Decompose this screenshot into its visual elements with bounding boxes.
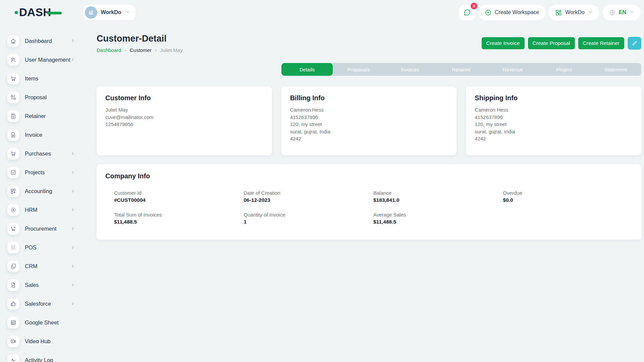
sidebar-item-hrm[interactable]: HRM <box>0 200 89 219</box>
card-line: 4242 <box>290 135 448 142</box>
sidebar-item-activity-log[interactable]: Activity Log <box>0 351 89 362</box>
table-icon <box>7 317 19 328</box>
create-retainer-button[interactable]: Create Retainer <box>578 37 624 49</box>
company-field: Average Sales$11,488.5 <box>373 212 503 225</box>
globe-icon <box>609 9 616 16</box>
tab-proposals[interactable]: Proposals <box>333 63 384 76</box>
file-icon <box>7 279 19 291</box>
card-title: Shipping Info <box>475 94 633 102</box>
tab-invoices[interactable]: Invoices <box>384 63 436 76</box>
page-header: Customer-Detail Dashboard›Customer›Julie… <box>97 34 641 53</box>
check-square-icon <box>7 167 19 178</box>
cart-arrow-icon <box>7 223 19 235</box>
sidebar-item-label: Retainer <box>25 113 46 119</box>
sidebar-item-salesforce[interactable]: Salesforce <box>0 294 89 313</box>
field-label: Customer Id <box>114 190 244 196</box>
tab-retainer[interactable]: Retainer <box>436 63 487 76</box>
field-value: 1 <box>244 219 374 225</box>
chevron-right-icon <box>70 264 75 268</box>
card-line: surat, gujrat, India <box>475 128 633 135</box>
card-line: 4242 <box>475 135 633 142</box>
sidebar-item-video-hub[interactable]: Video Hub <box>0 332 89 351</box>
language-button[interactable]: EN <box>602 5 641 20</box>
edit-customer-button[interactable] <box>628 37 641 50</box>
chevron-right-icon <box>70 226 75 231</box>
chevron-right-icon <box>70 151 75 156</box>
create-proposal-button[interactable]: Create Proposal <box>528 37 575 49</box>
card-line: cuve@mailinator.com <box>105 114 263 121</box>
sidebar-item-user-management[interactable]: User Management <box>0 50 89 69</box>
workspace-label: WorkDo <box>101 9 121 15</box>
dots-grid-icon <box>7 242 19 253</box>
sidebar-item-projects[interactable]: Projects <box>0 163 89 182</box>
topbar-right-group: 0 Create Workspace WorkDo <box>459 5 641 20</box>
sidebar-item-items[interactable]: Items <box>0 69 89 88</box>
chevron-right-icon <box>70 245 75 250</box>
save-icon <box>7 110 19 122</box>
create-workspace-button[interactable]: Create Workspace <box>478 5 545 20</box>
chevron-right-icon <box>70 283 75 287</box>
sidebar-item-accounting[interactable]: Accounting <box>0 182 89 200</box>
main-content: Customer-Detail Dashboard›Customer›Julie… <box>89 22 644 240</box>
layout-swap-icon <box>7 92 19 103</box>
sidebar-item-label: Google Sheet <box>25 319 59 326</box>
sidebar-item-label: Proposal <box>25 94 47 101</box>
workdo-menu-label: WorkDo <box>565 9 585 15</box>
sidebar-nav: DashboardUser ManagementItemsProposalRet… <box>0 32 89 362</box>
workdo-menu-button[interactable]: WorkDo <box>549 5 599 20</box>
sidebar-item-pos[interactable]: POS <box>0 238 89 257</box>
company-field: Total Sum of Invoices$11,488.5 <box>114 212 244 225</box>
create-invoice-button[interactable]: Create Invoice <box>482 37 525 49</box>
company-field: Customer Id#CUST00004 <box>114 190 244 203</box>
logo-dot <box>15 11 18 14</box>
shipping-info-card: Shipping InfoCameron Hess4152637896120, … <box>466 86 641 155</box>
company-field: Date of Creation06-12-2023 <box>244 190 374 203</box>
sidebar-item-purchases[interactable]: Purchases <box>0 144 89 163</box>
sidebar-item-sales[interactable]: Sales <box>0 276 89 294</box>
company-field: Quantity of Invoice1 <box>244 212 374 225</box>
tab-statement[interactable]: Statement <box>590 63 641 76</box>
sidebar-item-google-sheet[interactable]: Google Sheet <box>0 313 89 332</box>
field-label: Balance <box>373 190 503 196</box>
sidebar-item-invoice[interactable]: Invoice <box>0 125 89 144</box>
card-line: 1254879856 <box>105 121 263 128</box>
customer-info-card: Customer InfoJuliet Maycuve@mailinator.c… <box>97 86 272 155</box>
tab-details[interactable]: Details <box>281 63 333 76</box>
chevron-down-icon <box>588 9 593 16</box>
company-info-card: Company Info Customer Id#CUST00004Date o… <box>97 164 641 240</box>
messages-button[interactable]: 0 <box>459 5 475 20</box>
home-icon <box>7 35 19 47</box>
sidebar-item-label: CRM <box>25 263 38 269</box>
sidebar-item-dashboard[interactable]: Dashboard <box>0 32 89 50</box>
sidebar-item-retainer[interactable]: Retainer <box>0 107 89 125</box>
tab-revenue[interactable]: Revenue <box>487 63 538 76</box>
chevron-right-icon <box>70 170 75 175</box>
sidebar-item-label: Items <box>25 75 38 82</box>
chevron-right-icon <box>70 189 75 193</box>
users-icon <box>7 54 19 66</box>
sidebar-item-crm[interactable]: CRM <box>0 257 89 276</box>
breadcrumb-separator-icon: › <box>124 48 126 53</box>
sidebar-item-label: User Management <box>25 57 70 63</box>
file-text-icon <box>7 129 19 141</box>
sidebar-item-label: HRM <box>25 207 38 213</box>
sidebar-item-proposal[interactable]: Proposal <box>0 88 89 107</box>
card-line: Juliet May <box>105 106 263 114</box>
breadcrumb-separator-icon: › <box>155 48 157 53</box>
sidebar-item-procurement[interactable]: Procurement <box>0 219 89 238</box>
card-line: 120, my street <box>290 121 448 128</box>
tab-project[interactable]: Project <box>538 63 590 76</box>
sidebar-item-label: Video Hub <box>25 338 51 345</box>
breadcrumb-item[interactable]: Dashboard <box>97 47 121 53</box>
field-value: $0.0 <box>503 197 633 203</box>
card-line: 4152637896 <box>290 114 448 121</box>
app-logo[interactable]: DASH <box>15 6 62 19</box>
card-title: Company Info <box>105 172 633 180</box>
workspace-switcher[interactable]: WorkDo <box>83 4 136 20</box>
card-line: Cameron Hess <box>290 106 448 114</box>
billing-info-card: Billing InfoCameron Hess4152637896120, m… <box>281 86 457 155</box>
breadcrumb-item[interactable]: Customer <box>130 47 152 53</box>
create-workspace-label: Create Workspace <box>495 9 539 15</box>
company-field: Balance$183,841.0 <box>373 190 503 203</box>
chevron-down-icon <box>629 9 634 16</box>
